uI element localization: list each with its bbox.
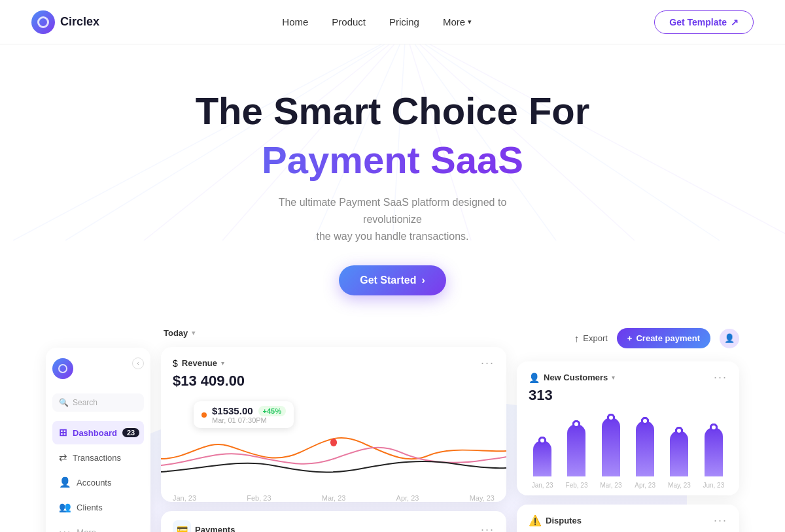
payments-card-header: 💳 Payments ··· <box>161 511 506 532</box>
bar-group-mar: Mar, 23 <box>597 418 625 489</box>
customers-count: 313 <box>517 387 739 410</box>
get-started-button[interactable]: Get Started › <box>339 265 446 295</box>
arrow-right-icon: › <box>421 274 425 286</box>
dollar-icon: $ <box>173 358 178 369</box>
nav-home[interactable]: Home <box>282 16 308 27</box>
revenue-chart-labels: Jan, 23 Feb, 23 Mar, 23 Apr, 23 May, 23 <box>161 494 506 502</box>
bar-group-may: May, 23 <box>665 431 693 489</box>
more-icon: ··· <box>59 526 71 532</box>
sidebar-item-clients[interactable]: 👥 Clients <box>52 495 144 519</box>
payments-icon: 💳 <box>173 520 191 532</box>
payments-title-row: 💳 Payments <box>173 520 235 532</box>
get-template-button[interactable]: Get Template ↗ <box>654 10 754 34</box>
sidebar: ‹ 🔍 Search ⊞ Dashboard 23 ⇄ Transactions… <box>46 348 150 532</box>
revenue-card-menu[interactable]: ··· <box>481 356 495 370</box>
sidebar-logo <box>52 358 73 379</box>
customers-icon: 👤 <box>529 373 540 383</box>
revenue-card: $ Revenue ▾ ··· $13 409.00 $1535.00 <box>161 347 506 502</box>
sidebar-item-accounts[interactable]: 👤 Accounts <box>52 471 144 494</box>
nav-links: Home Product Pricing More ▾ <box>282 16 472 27</box>
customers-title-arrow: ▾ <box>612 374 615 381</box>
create-payment-button[interactable]: + Create payment <box>617 328 710 348</box>
revenue-card-header: $ Revenue ▾ ··· <box>161 347 506 373</box>
nav-more[interactable]: More ▾ <box>443 16 472 27</box>
plus-icon: + <box>627 333 633 343</box>
hero-section: The Smart Choice For Payment SaaS The ul… <box>0 44 785 322</box>
nav-product[interactable]: Product <box>332 16 366 27</box>
customers-title-row: 👤 New Customers ▾ <box>529 373 615 383</box>
search-icon: 🔍 <box>59 398 69 407</box>
chevron-down-icon: ▾ <box>468 18 472 26</box>
disputes-title-row: ⚠️ Disputes <box>529 514 582 527</box>
payments-card: 💳 Payments ··· STATUS DESCRIPTION CUSTOM… <box>161 511 506 532</box>
revenue-chart: $1535.00 +45% Mar, 01 07:30PM <box>161 396 506 494</box>
dashboard-icon: ⊞ <box>59 427 67 439</box>
sidebar-collapse-button[interactable]: ‹ <box>132 357 144 369</box>
clients-icon: 👥 <box>59 501 71 513</box>
navbar: Circlex Home Product Pricing More ▾ Get … <box>0 0 785 44</box>
arrow-icon: ↗ <box>731 17 739 27</box>
avatar: 👤 <box>720 329 739 348</box>
revenue-amount: $13 409.00 <box>161 373 506 396</box>
hero-subtitle: The ultimate Payment SaaS platform desig… <box>268 194 517 244</box>
revenue-title-row: $ Revenue ▾ <box>173 358 224 369</box>
sidebar-item-dashboard[interactable]: ⊞ Dashboard 23 <box>52 421 144 444</box>
date-filter-arrow: ▾ <box>192 329 196 337</box>
disputes-icon: ⚠️ <box>529 514 542 527</box>
date-filter-label[interactable]: Today <box>164 328 188 338</box>
right-panel: ↑ Export + Create payment 👤 👤 New Custom… <box>517 328 739 532</box>
preview-container: ‹ 🔍 Search ⊞ Dashboard 23 ⇄ Transactions… <box>46 328 739 532</box>
bar-group-apr: Apr, 23 <box>631 421 659 489</box>
payments-card-menu[interactable]: ··· <box>481 523 495 532</box>
logo-icon <box>31 10 55 34</box>
disputes-card-header: ⚠️ Disputes ··· <box>517 505 739 532</box>
logo[interactable]: Circlex <box>31 10 99 34</box>
sidebar-item-more[interactable]: ··· More <box>52 520 144 532</box>
customers-card: 👤 New Customers ▾ ··· 313 <box>517 361 739 495</box>
main-panel: Today ▾ $ Revenue ▾ ··· $13 409.00 <box>161 328 506 532</box>
dashboard-preview: ‹ 🔍 Search ⊞ Dashboard 23 ⇄ Transactions… <box>33 328 752 532</box>
accounts-icon: 👤 <box>59 476 71 488</box>
svg-point-11 <box>330 439 337 446</box>
transactions-icon: ⇄ <box>59 452 67 463</box>
customers-card-menu[interactable]: ··· <box>714 371 727 384</box>
bar-group-jan: Jan, 23 <box>529 441 556 489</box>
nav-pricing[interactable]: Pricing <box>389 16 419 27</box>
export-icon: ↑ <box>574 333 580 344</box>
revenue-title-arrow: ▾ <box>221 359 224 367</box>
sidebar-search[interactable]: 🔍 Search <box>52 393 144 412</box>
hero-title-line2: Payment SaaS <box>13 137 772 183</box>
logo-text: Circlex <box>60 15 99 29</box>
export-button[interactable]: ↑ Export <box>574 333 608 344</box>
sidebar-item-transactions[interactable]: ⇄ Transactions <box>52 446 144 469</box>
disputes-card-menu[interactable]: ··· <box>714 514 727 527</box>
bar-group-feb: Feb, 23 <box>563 424 590 489</box>
customers-bar-chart: Jan, 23 Feb, 23 <box>517 410 739 495</box>
top-bar: ↑ Export + Create payment 👤 <box>517 328 739 352</box>
bar-group-jun: Jun, 23 <box>700 427 727 489</box>
disputes-card: ⚠️ Disputes ··· STATUS REASON CUSTOMER S… <box>517 505 739 532</box>
customers-card-header: 👤 New Customers ▾ ··· <box>517 361 739 387</box>
hero-content: The Smart Choice For Payment SaaS The ul… <box>13 90 772 295</box>
hero-title-line1: The Smart Choice For <box>13 90 772 132</box>
